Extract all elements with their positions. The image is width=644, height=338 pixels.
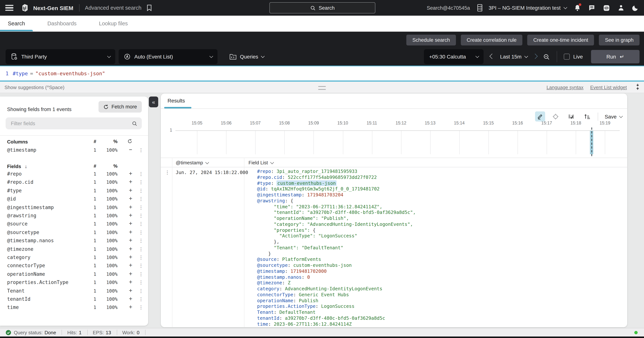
field-row[interactable]: operationName1100%+⋮ [0, 271, 148, 278]
remove-column-icon[interactable]: − [127, 147, 134, 153]
sync-columns-icon[interactable] [127, 139, 132, 144]
live-toggle[interactable]: Live [564, 54, 583, 60]
add-column-icon[interactable]: + [127, 237, 134, 244]
live-checkbox[interactable] [564, 54, 570, 60]
zoom-out-icon[interactable] [543, 53, 550, 60]
display-mode-selector[interactable]: Auto (Event List) [119, 49, 218, 64]
field-row[interactable]: Tenant1100%+⋮ [0, 287, 148, 295]
kebab-menu-icon[interactable]: ⋮ [138, 305, 144, 310]
api-code-icon[interactable] [603, 4, 610, 11]
fetch-more-button[interactable]: Fetch more [98, 101, 142, 113]
tab-dashboards[interactable]: Dashboards [40, 16, 84, 31]
kebab-menu-icon[interactable]: ⋮ [138, 255, 144, 260]
collapse-panel-button[interactable]: « [149, 97, 158, 107]
filter-fields-input[interactable] [10, 120, 132, 127]
add-column-icon[interactable]: + [127, 287, 134, 294]
add-column-icon[interactable]: + [127, 262, 134, 269]
kebab-menu-icon[interactable]: ⋮ [138, 171, 144, 177]
sort-descending-icon[interactable]: ↓ [25, 164, 27, 169]
add-column-icon[interactable]: + [127, 229, 134, 235]
queries-menu[interactable]: Queries [230, 53, 264, 60]
see-in-graph-button[interactable]: See in graph [599, 35, 640, 45]
add-column-icon[interactable]: + [127, 279, 134, 286]
user-profile-icon[interactable] [618, 4, 624, 11]
create-one-time-incident-button[interactable]: Create one-time incident [528, 35, 594, 45]
session-id[interactable]: Search@4c70545a [427, 5, 470, 11]
add-column-icon[interactable]: + [127, 179, 134, 185]
tab-search[interactable]: Search [0, 16, 33, 31]
query-editor[interactable]: 1 #type = "custom-eventhubs-json" [0, 66, 644, 82]
kebab-menu-icon[interactable]: ⋮ [138, 204, 144, 210]
field-row[interactable]: @timezone1100%+⋮ [0, 245, 148, 253]
add-column-icon[interactable]: + [127, 187, 134, 194]
hamburger-menu-icon[interactable] [5, 5, 14, 11]
dark-mode-moon-icon[interactable] [632, 4, 639, 11]
add-column-icon[interactable]: + [127, 204, 134, 210]
kebab-menu-icon[interactable]: ⋮ [138, 271, 144, 277]
view-selector[interactable]: Third Party [6, 49, 115, 64]
field-row[interactable]: time1100%+⋮ [0, 304, 148, 311]
feedback-chat-icon[interactable] [588, 4, 595, 11]
event-timeline-chart[interactable]: 1 15:0515:0615:0715:0815:0915:1015:1115:… [164, 116, 624, 158]
time-range-selector[interactable]: Last 15m [500, 54, 527, 60]
add-column-icon[interactable]: + [127, 170, 134, 177]
results-tab[interactable]: Results [168, 98, 185, 104]
add-column-icon[interactable]: + [127, 245, 134, 252]
add-column-icon[interactable]: + [127, 304, 134, 311]
time-back-icon[interactable] [490, 53, 495, 59]
time-forward-icon[interactable] [532, 53, 538, 59]
field-row[interactable]: properties.ActionType1100%+⋮ [0, 279, 148, 286]
fieldlist-column-header[interactable]: Field List [248, 160, 273, 166]
save-menu[interactable]: Save [605, 114, 622, 119]
kebab-menu-icon[interactable]: ⋮ [138, 263, 144, 269]
crosshair-icon[interactable] [550, 111, 560, 122]
field-row[interactable]: @id1100%+⋮ [0, 195, 148, 203]
kebab-menu-icon[interactable]: ⋮ [138, 246, 144, 252]
schedule-search-button[interactable]: Schedule search [406, 35, 456, 45]
field-row[interactable]: @ingesttimestamp1100%+⋮ [0, 204, 148, 211]
field-row[interactable]: #type1100%+⋮ [0, 187, 148, 194]
workspace-selector[interactable]: 3PI – NG-SIEM Integration test [488, 5, 566, 11]
field-row[interactable]: tenantId1100%+⋮ [0, 296, 148, 303]
kebab-menu-icon[interactable]: ⋮ [138, 188, 144, 193]
add-column-icon[interactable]: + [127, 296, 134, 302]
add-column-icon[interactable]: + [127, 212, 134, 219]
kebab-menu-icon[interactable]: ⋮ [138, 238, 144, 243]
field-row[interactable]: @sourcetype1100%+⋮ [0, 229, 148, 236]
row-kebab-icon[interactable]: ⋮ [165, 169, 170, 175]
kebab-menu-icon[interactable]: ⋮ [138, 213, 144, 218]
kebab-menu-icon[interactable]: ⋮ [138, 221, 144, 227]
kebab-menu-icon[interactable]: ⋮ [138, 288, 144, 294]
field-row[interactable]: @timestamp.nanos1100%+⋮ [0, 237, 148, 244]
kebab-menu-icon[interactable]: ⋮ [138, 230, 144, 235]
kebab-menu-icon[interactable]: ⋮ [138, 196, 144, 202]
field-row[interactable]: category1100%+⋮ [0, 254, 148, 261]
global-search-button[interactable]: Search [270, 2, 375, 13]
create-correlation-rule-button[interactable]: Create correlation rule [461, 35, 522, 45]
add-column-icon[interactable]: + [127, 220, 134, 227]
bookmark-icon[interactable] [147, 4, 152, 11]
field-row[interactable]: #repo1100%+⋮ [0, 170, 148, 178]
add-column-icon[interactable]: + [127, 195, 134, 202]
field-row[interactable]: #repo.cid1100%+⋮ [0, 179, 148, 186]
collapse-editor-icon[interactable] [635, 83, 641, 90]
kebab-menu-icon[interactable]: ⋮ [138, 179, 144, 185]
event-row[interactable]: ⋮ Jun. 27, 2024 15:18:22.000 #repo: 3pi_… [161, 167, 627, 327]
add-column-icon[interactable]: + [127, 254, 134, 260]
wrap-lines-icon[interactable] [566, 111, 576, 122]
column-row[interactable]: @timestamp 1 100% − ⋮ [0, 147, 148, 154]
kebab-menu-icon[interactable]: ⋮ [138, 280, 144, 285]
field-row[interactable]: connectorType1100%+⋮ [0, 262, 148, 270]
add-column-icon[interactable]: + [127, 271, 134, 277]
kebab-menu-icon[interactable]: ⋮ [138, 147, 144, 153]
timestamp-column-header[interactable]: @timestamp [176, 160, 208, 166]
field-row[interactable]: @rawstring1100%+⋮ [0, 212, 148, 219]
sort-order-icon[interactable] [582, 111, 592, 122]
filter-fields-box[interactable] [6, 117, 142, 129]
tab-lookup-files[interactable]: Lookup files [91, 16, 136, 31]
field-row[interactable]: @source1100%+⋮ [0, 220, 148, 228]
timezone-selector[interactable]: +05:30 Calcutta [424, 49, 484, 64]
event-list-widget-link[interactable]: Event List widget [590, 85, 627, 90]
crowdstrike-logo-icon[interactable] [21, 3, 29, 12]
notifications-bell-icon[interactable] [574, 4, 580, 11]
